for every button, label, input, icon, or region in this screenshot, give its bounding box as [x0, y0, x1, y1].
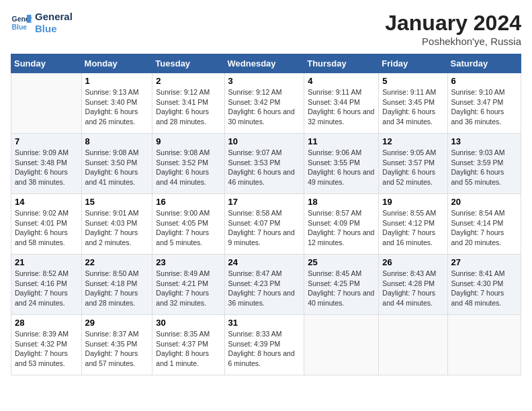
- day-info: Sunrise: 8:49 AMSunset: 4:21 PMDaylight:…: [156, 269, 220, 308]
- day-number: 16: [156, 197, 220, 207]
- calendar-cell: 2Sunrise: 9:12 AMSunset: 3:41 PMDaylight…: [152, 73, 224, 134]
- calendar-cell: 28Sunrise: 8:39 AMSunset: 4:32 PMDayligh…: [11, 315, 82, 375]
- day-info: Sunrise: 8:52 AMSunset: 4:16 PMDaylight:…: [15, 269, 78, 308]
- weekday-header-sunday: Sunday: [11, 54, 82, 73]
- day-info: Sunrise: 9:11 AMSunset: 3:44 PMDaylight:…: [308, 87, 375, 127]
- day-number: 7: [15, 136, 78, 146]
- day-number: 27: [451, 257, 517, 267]
- calendar-cell: 8Sunrise: 9:08 AMSunset: 3:50 PMDaylight…: [81, 134, 152, 194]
- day-number: 12: [382, 136, 443, 146]
- day-number: 23: [156, 257, 220, 267]
- day-info: Sunrise: 8:54 AMSunset: 4:14 PMDaylight:…: [451, 208, 517, 248]
- calendar-cell: 19Sunrise: 8:55 AMSunset: 4:12 PMDayligh…: [379, 194, 447, 255]
- day-number: 15: [85, 197, 149, 207]
- calendar-cell: 26Sunrise: 8:43 AMSunset: 4:28 PMDayligh…: [379, 255, 447, 315]
- day-number: 3: [228, 76, 301, 86]
- day-number: 20: [451, 197, 517, 207]
- day-number: 25: [308, 257, 375, 267]
- calendar-week-row: 7Sunrise: 9:09 AMSunset: 3:48 PMDaylight…: [11, 134, 521, 194]
- day-info: Sunrise: 9:13 AMSunset: 3:40 PMDaylight:…: [85, 87, 149, 127]
- day-info: Sunrise: 9:12 AMSunset: 3:42 PMDaylight:…: [228, 87, 301, 127]
- day-number: 1: [85, 76, 149, 86]
- day-info: Sunrise: 9:03 AMSunset: 3:59 PMDaylight:…: [451, 148, 517, 187]
- day-info: Sunrise: 9:08 AMSunset: 3:52 PMDaylight:…: [156, 148, 220, 187]
- calendar-cell: 24Sunrise: 8:47 AMSunset: 4:23 PMDayligh…: [224, 255, 304, 315]
- day-number: 18: [308, 197, 375, 207]
- day-info: Sunrise: 9:07 AMSunset: 3:53 PMDaylight:…: [228, 148, 301, 187]
- page-header: General Blue General Blue January 2024 P…: [11, 11, 521, 47]
- day-info: Sunrise: 9:02 AMSunset: 4:01 PMDaylight:…: [15, 208, 78, 248]
- weekday-header-saturday: Saturday: [447, 54, 521, 73]
- day-info: Sunrise: 9:08 AMSunset: 3:50 PMDaylight:…: [85, 148, 149, 187]
- calendar-cell: 13Sunrise: 9:03 AMSunset: 3:59 PMDayligh…: [447, 134, 521, 194]
- day-number: 4: [308, 76, 375, 86]
- weekday-header-thursday: Thursday: [304, 54, 379, 73]
- day-number: 13: [451, 136, 517, 146]
- day-number: 21: [15, 257, 78, 267]
- calendar-cell: 12Sunrise: 9:05 AMSunset: 3:57 PMDayligh…: [379, 134, 447, 194]
- day-number: 10: [228, 136, 301, 146]
- day-number: 30: [156, 318, 220, 328]
- weekday-header-wednesday: Wednesday: [224, 54, 304, 73]
- calendar-cell: 27Sunrise: 8:41 AMSunset: 4:30 PMDayligh…: [447, 255, 521, 315]
- day-number: 5: [382, 76, 443, 86]
- calendar-cell: [447, 315, 521, 375]
- day-info: Sunrise: 8:35 AMSunset: 4:37 PMDaylight:…: [156, 329, 220, 369]
- calendar-cell: 10Sunrise: 9:07 AMSunset: 3:53 PMDayligh…: [224, 134, 304, 194]
- day-info: Sunrise: 9:09 AMSunset: 3:48 PMDaylight:…: [15, 148, 78, 187]
- day-info: Sunrise: 8:47 AMSunset: 4:23 PMDaylight:…: [228, 269, 301, 308]
- day-info: Sunrise: 8:45 AMSunset: 4:25 PMDaylight:…: [308, 269, 375, 308]
- month-title: January 2024: [385, 11, 521, 36]
- weekday-header-monday: Monday: [81, 54, 152, 73]
- day-info: Sunrise: 8:39 AMSunset: 4:32 PMDaylight:…: [15, 329, 78, 369]
- day-info: Sunrise: 9:05 AMSunset: 3:57 PMDaylight:…: [382, 148, 443, 187]
- day-info: Sunrise: 9:01 AMSunset: 4:03 PMDaylight:…: [85, 208, 149, 248]
- calendar-cell: 5Sunrise: 9:11 AMSunset: 3:45 PMDaylight…: [379, 73, 447, 134]
- calendar-cell: [304, 315, 379, 375]
- calendar-cell: 14Sunrise: 9:02 AMSunset: 4:01 PMDayligh…: [11, 194, 82, 255]
- day-info: Sunrise: 9:12 AMSunset: 3:41 PMDaylight:…: [156, 87, 220, 127]
- day-number: 19: [382, 197, 443, 207]
- day-info: Sunrise: 8:50 AMSunset: 4:18 PMDaylight:…: [85, 269, 149, 308]
- calendar-cell: 11Sunrise: 9:06 AMSunset: 3:55 PMDayligh…: [304, 134, 379, 194]
- day-number: 8: [85, 136, 149, 146]
- day-number: 29: [85, 318, 149, 328]
- day-info: Sunrise: 8:37 AMSunset: 4:35 PMDaylight:…: [85, 329, 149, 369]
- day-info: Sunrise: 9:11 AMSunset: 3:45 PMDaylight:…: [382, 87, 443, 127]
- svg-marker-2: [27, 15, 31, 23]
- calendar-cell: 18Sunrise: 8:57 AMSunset: 4:09 PMDayligh…: [304, 194, 379, 255]
- logo-line1: General: [35, 11, 73, 23]
- calendar-week-row: 14Sunrise: 9:02 AMSunset: 4:01 PMDayligh…: [11, 194, 521, 255]
- calendar-cell: 23Sunrise: 8:49 AMSunset: 4:21 PMDayligh…: [152, 255, 224, 315]
- calendar-cell: 21Sunrise: 8:52 AMSunset: 4:16 PMDayligh…: [11, 255, 82, 315]
- calendar-header-row: SundayMondayTuesdayWednesdayThursdayFrid…: [11, 54, 521, 73]
- day-info: Sunrise: 8:57 AMSunset: 4:09 PMDaylight:…: [308, 208, 375, 248]
- calendar-cell: 15Sunrise: 9:01 AMSunset: 4:03 PMDayligh…: [81, 194, 152, 255]
- calendar-cell: 16Sunrise: 9:00 AMSunset: 4:05 PMDayligh…: [152, 194, 224, 255]
- calendar-cell: 30Sunrise: 8:35 AMSunset: 4:37 PMDayligh…: [152, 315, 224, 375]
- day-info: Sunrise: 8:41 AMSunset: 4:30 PMDaylight:…: [451, 269, 517, 308]
- day-number: 2: [156, 76, 220, 86]
- calendar-week-row: 28Sunrise: 8:39 AMSunset: 4:32 PMDayligh…: [11, 315, 521, 375]
- day-number: 22: [85, 257, 149, 267]
- location-title: Poshekhon'ye, Russia: [385, 36, 521, 47]
- day-info: Sunrise: 9:06 AMSunset: 3:55 PMDaylight:…: [308, 148, 375, 187]
- calendar-cell: [379, 315, 447, 375]
- logo: General Blue General Blue: [11, 11, 73, 35]
- day-info: Sunrise: 9:00 AMSunset: 4:05 PMDaylight:…: [156, 208, 220, 248]
- calendar-cell: [11, 73, 82, 134]
- calendar-cell: 20Sunrise: 8:54 AMSunset: 4:14 PMDayligh…: [447, 194, 521, 255]
- calendar-cell: 22Sunrise: 8:50 AMSunset: 4:18 PMDayligh…: [81, 255, 152, 315]
- calendar-cell: 4Sunrise: 9:11 AMSunset: 3:44 PMDaylight…: [304, 73, 379, 134]
- title-area: January 2024 Poshekhon'ye, Russia: [385, 11, 521, 47]
- day-number: 31: [228, 318, 301, 328]
- day-number: 28: [15, 318, 78, 328]
- day-number: 9: [156, 136, 220, 146]
- day-number: 6: [451, 76, 517, 86]
- svg-text:Blue: Blue: [12, 24, 28, 31]
- logo-line2: Blue: [35, 23, 73, 35]
- calendar-week-row: 1Sunrise: 9:13 AMSunset: 3:40 PMDaylight…: [11, 73, 521, 134]
- day-info: Sunrise: 8:43 AMSunset: 4:28 PMDaylight:…: [382, 269, 443, 308]
- day-info: Sunrise: 8:55 AMSunset: 4:12 PMDaylight:…: [382, 208, 443, 248]
- calendar-cell: 7Sunrise: 9:09 AMSunset: 3:48 PMDaylight…: [11, 134, 82, 194]
